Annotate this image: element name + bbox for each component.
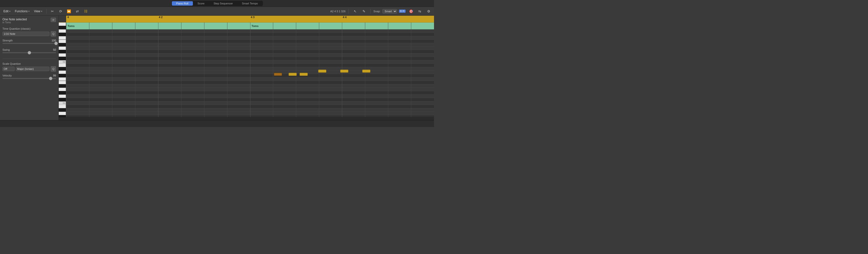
piano-key-13[interactable] [59, 67, 66, 70]
piano-key-14[interactable] [59, 70, 66, 74]
piano-key-5[interactable] [59, 40, 66, 43]
edit-menu-button[interactable]: Edit ▾ [2, 9, 12, 13]
grid-area[interactable]: Toms Toms [66, 23, 434, 117]
ruler-piano-spacer [59, 16, 66, 22]
piano-key-10[interactable] [59, 57, 66, 60]
piano-key-25[interactable] [59, 108, 66, 112]
velocity-section: Velocity 99 [2, 74, 56, 81]
snap-select[interactable]: Smart [382, 9, 397, 13]
loop-button[interactable]: ⟳ [51, 18, 56, 22]
grid-row-4[interactable] [66, 43, 434, 47]
strength-value: 100 [52, 39, 56, 42]
grid-row-1[interactable] [66, 33, 434, 36]
piano-key-2[interactable] [59, 29, 66, 33]
velocity-slider-track[interactable] [2, 78, 56, 79]
piano-key-11[interactable]: C2 [59, 60, 66, 64]
grid-row-12[interactable] [66, 70, 434, 74]
scale-mode-select[interactable]: Off [2, 67, 15, 71]
cycle-button[interactable]: ⟳ [57, 8, 64, 15]
piano-key-12[interactable] [59, 64, 66, 67]
grid-row-24[interactable] [66, 112, 434, 115]
grid-row-18[interactable] [66, 91, 434, 95]
link-button[interactable]: ⛓ [82, 8, 89, 15]
piano-key-1[interactable] [59, 26, 66, 29]
strength-slider-track[interactable] [2, 43, 56, 44]
horizontal-scrollbar[interactable] [59, 117, 434, 120]
link2-button[interactable]: ⇆ [416, 8, 423, 15]
grid-row-2[interactable] [66, 36, 434, 40]
grid-row-15[interactable] [66, 81, 434, 84]
piano-key-19[interactable] [59, 88, 66, 91]
grid-row-3[interactable] [66, 40, 434, 43]
piano-key-20[interactable] [59, 91, 66, 95]
piano-key-23[interactable]: C1 [59, 102, 66, 105]
piano-key-0[interactable] [59, 23, 66, 26]
piano-key-26[interactable] [59, 112, 66, 115]
strength-slider-thumb[interactable] [54, 42, 58, 45]
grid-row-25[interactable] [66, 115, 434, 117]
sep-2 [348, 9, 349, 14]
key-cmd-badge: K H [399, 9, 406, 13]
swing-slider-track[interactable] [2, 52, 56, 53]
time-quantize-select[interactable]: 1/16 Note [2, 32, 50, 36]
piano-key-8[interactable] [59, 50, 66, 53]
grid-row-5[interactable] [66, 47, 434, 50]
scale-quantize-q-button[interactable]: Q [51, 66, 56, 72]
grid-row-6[interactable] [66, 50, 434, 53]
grid-row-10[interactable] [66, 64, 434, 67]
grid-row-8[interactable] [66, 57, 434, 60]
move-button[interactable]: ⇄ [74, 8, 81, 15]
grid-row-22[interactable] [66, 105, 434, 108]
piano-key-3[interactable] [59, 33, 66, 36]
metronome-button[interactable]: 🎯 [408, 8, 414, 15]
piano-key-6[interactable] [59, 43, 66, 47]
toolbar-right: A2 4 3 1 326 ↖ ✎ Snap: Smart K H 🎯 ⇆ ⚙ [330, 8, 432, 15]
velocity-slider-thumb[interactable] [49, 77, 52, 80]
split-tool-button[interactable]: ✂ [49, 8, 56, 15]
pencil-tool-button[interactable]: ✎ [361, 8, 367, 15]
grid-row-9[interactable] [66, 60, 434, 64]
scale-type-select[interactable]: Major (Ionian) [16, 67, 50, 71]
piano-key-15[interactable] [59, 74, 66, 78]
tab-smart-tempo[interactable]: Smart Tempo [238, 1, 262, 6]
pointer-tool-button[interactable]: ↖ [352, 8, 359, 15]
grid-row-19[interactable] [66, 95, 434, 98]
tab-step-sequencer[interactable]: Step Sequencer [209, 1, 237, 6]
tab-piano-roll[interactable]: Piano Roll [172, 1, 193, 6]
grid-rows [66, 29, 434, 117]
piano-key-9[interactable] [59, 53, 66, 57]
grid-row-21[interactable] [66, 102, 434, 105]
grid-row-11[interactable] [66, 67, 434, 70]
piano-key-22[interactable] [59, 98, 66, 102]
grid-row-20[interactable] [66, 98, 434, 102]
view-menu-button[interactable]: View ▾ [33, 9, 44, 13]
piano-key-7[interactable] [59, 47, 66, 50]
piano-key-24[interactable] [59, 105, 66, 108]
piano-key-27[interactable] [59, 115, 66, 117]
piano-key-18[interactable] [59, 84, 66, 88]
piano-key-17[interactable] [59, 81, 66, 84]
piano-key-16[interactable] [59, 78, 66, 81]
grid-row-23[interactable] [66, 108, 434, 112]
piano-key-4[interactable] [59, 36, 66, 40]
settings-button[interactable]: ⚙ [425, 8, 432, 15]
ruler-marks-container[interactable]: 4 4 2 4 3 4 4 [66, 16, 434, 22]
snap-label: Snap: [374, 10, 381, 13]
velocity-row: Velocity 99 [2, 74, 56, 77]
toolbar: Edit ▾ Functions ▾ View ▾ ✂ ⟳ ⏩ ⇄ ⛓ A2 4… [0, 7, 434, 16]
time-quantize-q-button[interactable]: Q [51, 31, 56, 36]
swing-slider-thumb[interactable] [28, 51, 31, 54]
functions-menu-button[interactable]: Functions ▾ [13, 9, 31, 13]
piano-key-21[interactable] [59, 95, 66, 98]
grid-row-7[interactable] [66, 53, 434, 57]
chase-button[interactable]: ⏩ [66, 8, 72, 15]
strength-label: Strength [2, 39, 13, 42]
ruler-mark-43: 4 3 [250, 16, 255, 19]
tab-score[interactable]: Score [193, 1, 209, 6]
grid-row-13[interactable] [66, 74, 434, 78]
grid-row-17[interactable] [66, 88, 434, 91]
grid-row-16[interactable] [66, 84, 434, 88]
grid-row-14[interactable] [66, 78, 434, 81]
left-panel: One Note selected in Toms ⟳ Time Quantiz… [0, 16, 59, 120]
grid-row-0[interactable] [66, 29, 434, 33]
